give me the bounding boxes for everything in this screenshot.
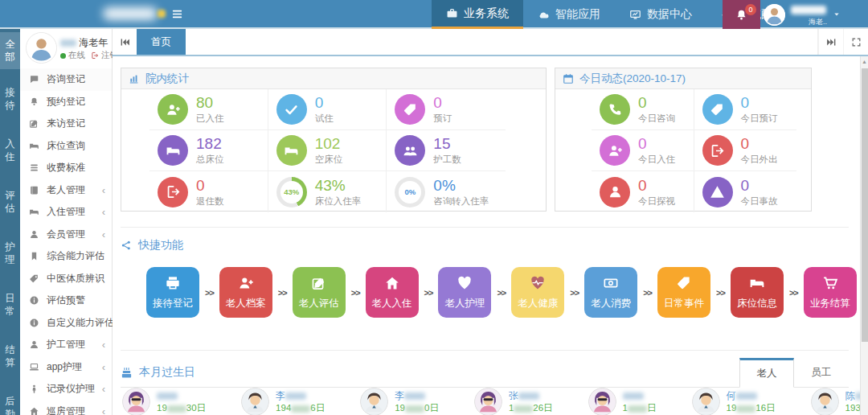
resident-name [623,389,657,402]
user-org-suffix: 海老.. [809,17,827,27]
sidebar-item-label: 入住管理 [47,205,85,219]
quick-button-reception-register[interactable]: 接待登记 [146,267,199,318]
tag-icon [676,275,692,291]
stat-label: 咨询转入住率 [433,196,489,207]
rail-item-2[interactable]: 入住 [0,132,20,169]
nav-item-business-system[interactable]: 业务系统 [432,0,523,29]
hamburger-menu-icon[interactable] [170,8,184,20]
quick-button-elder-files[interactable]: 老人档案 [219,267,272,318]
user-menu[interactable]: 海老.. [764,0,841,29]
resident-birthdate: 1日 [623,402,657,415]
sidebar-item-custom-assess[interactable]: 自定义能力评估 [20,312,112,335]
cloud-icon [538,9,550,21]
quick-separator: >> [205,288,214,298]
sidebar-item-patrol-mgmt[interactable]: 巡房管理‹ [20,401,112,415]
stat-cell-预订: 0预订 [387,89,506,130]
stat-value: 182 [196,135,224,153]
quick-button-elder-checkin[interactable]: 老人入住 [366,267,419,318]
sidebar-item-label: 来访登记 [47,117,85,130]
rail-item-5[interactable]: 日常 [0,286,20,323]
rail-item-4[interactable]: 护理 [0,235,20,272]
quick-button-business-settle[interactable]: 业务结算 [804,267,857,318]
bed-icon [158,135,188,166]
fullscreen-button[interactable] [843,29,868,55]
rail-item-6[interactable]: 结算 [0,338,20,375]
resident-avatar [692,388,720,415]
stat-cell-护工数: 15护工数 [387,130,506,171]
nav-item-smart-apps[interactable]: 智能应用 [523,0,615,29]
sidebar-item-app-nursing[interactable]: app护理‹ [20,356,112,379]
quick-button-daily-events[interactable]: 日常事件 [657,267,710,318]
sidebar-item-label: 床位查询 [47,139,85,153]
sidebar-item-consult-register[interactable]: 咨询登记 [20,68,112,91]
tabs-scroll-left-button[interactable] [113,29,137,55]
calendar-icon [563,73,574,84]
quick-button-elder-assess[interactable]: 老人评估 [293,267,346,318]
stat-value: 0 [638,94,675,112]
category-rail: 全部接待入住评估护理日常结算后勤人员 [0,29,20,415]
money-icon [603,275,619,291]
notifications-button[interactable]: 0 [723,0,760,29]
sidebar-item-assess-warning[interactable]: 评估预警 [20,290,112,312]
bookmark-icon [29,251,39,261]
resident-birthdate: 1930日 [157,402,206,415]
quick-separator: >> [570,288,579,298]
quick-separator: >> [497,288,506,298]
rail-item-3[interactable]: 评估 [0,183,20,220]
stat-value: 80 [196,94,224,112]
sidebar-item-label: 巡房管理 [47,405,85,415]
rail-item-1[interactable]: 接待 [0,80,20,117]
caret-down-icon [833,10,841,18]
sidebar-item-elder-mgmt[interactable]: 老人管理‹ [20,179,112,202]
birthday-entry-3: 张126日 [474,388,553,415]
tab-home[interactable]: 首页 [137,29,186,55]
stat-cell-空床位: 102空床位 [268,130,387,171]
stat-value: 0 [196,177,224,195]
vertical-scrollbar[interactable]: ▲ [860,56,868,415]
quick-button-elder-health[interactable]: 老人健康 [511,267,564,318]
quick-button-elder-care[interactable]: 老人护理 [438,267,491,318]
sidebar-item-appointment-register[interactable]: 预约登记 [20,91,112,113]
sidebar-item-fee-standard[interactable]: 收费标准 [20,157,112,179]
birthday-tab-elders[interactable]: 老人 [739,358,794,388]
resident-name: 李 [276,389,325,402]
sidebar-item-member-mgmt[interactable]: 会员管理‹ [20,224,112,246]
rail-item-7[interactable]: 后勤 [0,389,20,415]
stat-cell-今日咨询: 0今日咨询 [592,89,694,130]
sidebar-item-bed-query[interactable]: 床位查询 [20,135,112,158]
sidebar-item-checkin-mgmt[interactable]: 入住管理‹ [20,201,112,224]
sidebar-item-tcm-constitution[interactable]: 中医体质辨识 [20,268,112,290]
profile-avatar [26,32,57,64]
stat-value: 0 [741,94,778,112]
quick-button-label: 老人健康 [518,297,558,310]
userplus-icon [238,275,254,291]
scrollbar-thumb[interactable] [862,68,868,342]
logout-icon [91,51,99,60]
sidebar-item-caregiver-mgmt[interactable]: 护工管理‹ [20,334,112,356]
facility-stats-panel: 院内统计 80已入住0试住0预订182总床位102空床位15护工数0退住数43%… [121,68,547,212]
resident-birthdate: 190日 [395,402,439,415]
quick-button-elder-consume[interactable]: 老人消费 [584,267,637,318]
sidebar-item-recorder-nursing[interactable]: 记录仪护理‹ [20,378,112,401]
nav-item-data-center[interactable]: 数据中心 [615,0,706,29]
birthday-tab-staff[interactable]: 员工 [794,358,849,387]
resident-birthdate: 126日 [509,402,553,415]
sidebar-item-label: 评估预警 [47,294,85,307]
quick-functions-section: 快捷功能 [121,227,849,253]
birthday-entry-1: 李1946日 [241,388,325,415]
sidebar-item-ability-assess[interactable]: 综合能力评估 [20,245,112,268]
tabs-scroll-right-button[interactable] [818,29,843,55]
profile-card: 海老年 在线 注销 [20,29,112,68]
quick-separator: >> [716,288,725,298]
quick-button-bed-info[interactable]: 床位信息 [731,267,784,318]
sidebar-item-visit-register[interactable]: 来访登记 [20,113,112,135]
quick-button-label: 老人评估 [299,297,339,310]
quick-button-label: 老人护理 [444,297,485,310]
birthday-entry-2: 李190日 [360,388,439,415]
home-icon [384,275,400,291]
edit-icon [311,275,327,291]
rail-item-0[interactable]: 全部 [0,32,20,69]
resident-avatar [588,388,616,415]
stat-value: 0 [741,135,778,153]
scrollbar-up-arrow[interactable]: ▲ [861,58,868,66]
